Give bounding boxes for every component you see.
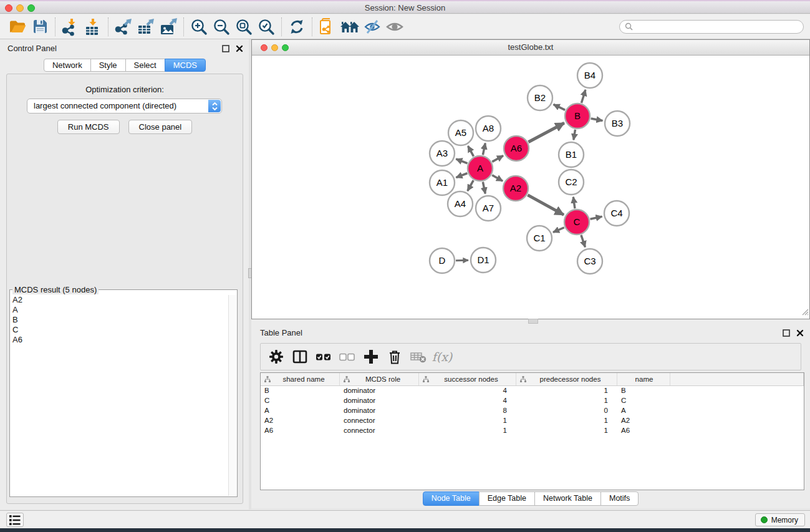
tab-node-table[interactable]: Node Table <box>423 491 480 506</box>
cell-mcds-role[interactable]: dominator <box>340 396 419 406</box>
cell-mcds-role[interactable]: dominator <box>340 406 419 416</box>
graph-node-A8[interactable]: A8 <box>476 116 501 141</box>
cell-name[interactable]: A6 <box>617 426 670 436</box>
graph-node-A[interactable]: A <box>468 156 493 181</box>
graph-node-C4[interactable]: C4 <box>604 201 629 226</box>
import-table-icon[interactable] <box>82 16 104 37</box>
graph-edge-A-A6[interactable] <box>492 156 503 162</box>
table-row[interactable]: C dominator 4 1 C <box>261 396 804 406</box>
select-all-icon[interactable] <box>312 346 335 368</box>
graph-node-B1[interactable]: B1 <box>559 142 584 167</box>
graph-node-A6[interactable]: A6 <box>504 136 529 161</box>
graph-edge-C-C1[interactable] <box>553 228 564 233</box>
tab-style[interactable]: Style <box>90 59 126 72</box>
refresh-network-icon[interactable] <box>286 16 308 37</box>
graph-edge-C-C2[interactable] <box>573 197 575 208</box>
cell-successor-nodes[interactable]: 4 <box>419 396 516 406</box>
show-panels-list-button[interactable] <box>6 513 24 527</box>
table-row[interactable]: A6 connector 1 1 A6 <box>261 426 804 436</box>
cell-successor-nodes[interactable]: 1 <box>419 416 516 426</box>
list-item[interactable]: A <box>12 305 225 315</box>
cell-shared-name[interactable]: C <box>261 396 340 406</box>
close-panel-button[interactable]: Close panel <box>128 120 193 134</box>
network-file-icon[interactable] <box>316 16 339 37</box>
cell-successor-nodes[interactable]: 1 <box>419 426 516 436</box>
graph-edge-C-C4[interactable] <box>590 216 602 219</box>
table-row[interactable]: A dominator 8 0 A <box>261 406 804 416</box>
zoom-in-icon[interactable] <box>188 16 210 37</box>
graph-node-A5[interactable]: A5 <box>448 120 473 145</box>
cell-name[interactable]: A <box>617 406 670 416</box>
graph-node-B2[interactable]: B2 <box>528 85 552 110</box>
column-header[interactable]: successor nodes <box>419 373 516 385</box>
zoom-fit-icon[interactable] <box>233 16 255 37</box>
graph-edge-A2-C[interactable] <box>528 195 564 215</box>
cell-mcds-role[interactable]: connector <box>340 416 419 426</box>
list-item[interactable]: C <box>12 325 225 335</box>
tab-edge-table[interactable]: Edge Table <box>479 491 535 506</box>
delete-table-icon[interactable] <box>407 346 430 368</box>
graph-node-C2[interactable]: C2 <box>559 170 584 195</box>
cell-name[interactable]: C <box>617 396 670 406</box>
add-column-icon[interactable] <box>359 346 383 368</box>
graph-edge-B-B1[interactable] <box>574 130 576 140</box>
graph-node-D1[interactable]: D1 <box>471 248 496 273</box>
cell-successor-nodes[interactable]: 8 <box>419 406 516 416</box>
cell-predecessor-nodes[interactable]: 1 <box>516 396 617 406</box>
graph-edge-A-A1[interactable] <box>456 173 467 178</box>
run-mcds-button[interactable]: Run MCDS <box>57 120 120 134</box>
search-input[interactable] <box>633 22 798 31</box>
birdseye-view-icon[interactable] <box>383 16 406 37</box>
column-header[interactable]: predecessor nodes <box>516 373 617 385</box>
graph-node-A3[interactable]: A3 <box>430 141 455 166</box>
graph-node-C[interactable]: C <box>564 210 589 235</box>
graph-edge-A-A5[interactable] <box>468 146 473 157</box>
graph-node-B4[interactable]: B4 <box>577 63 602 88</box>
column-header[interactable]: shared name <box>261 373 340 385</box>
tab-network[interactable]: Network <box>44 59 91 72</box>
open-file-icon[interactable] <box>6 16 29 37</box>
table-row[interactable]: B dominator 4 1 B <box>261 386 804 396</box>
close-panel-icon[interactable] <box>236 44 243 55</box>
tab-select[interactable]: Select <box>125 59 165 72</box>
cell-predecessor-nodes[interactable]: 0 <box>516 406 617 416</box>
graph-node-B[interactable]: B <box>565 104 590 128</box>
cell-predecessor-nodes[interactable]: 1 <box>516 386 617 396</box>
cell-shared-name[interactable]: A <box>261 406 340 416</box>
graph-edge-A-A4[interactable] <box>468 180 473 191</box>
cell-predecessor-nodes[interactable]: 1 <box>516 416 617 426</box>
cell-mcds-role[interactable]: dominator <box>340 386 419 396</box>
mcds-result-list[interactable]: A2 A B C A6 <box>10 294 228 496</box>
hide-graphics-details-icon[interactable] <box>361 16 383 37</box>
export-table-icon[interactable] <box>135 16 157 37</box>
show-columns-icon[interactable] <box>288 346 312 368</box>
tab-mcds[interactable]: MCDS <box>165 59 206 72</box>
delete-column-icon[interactable] <box>383 346 407 368</box>
resize-grip-icon[interactable] <box>801 307 809 318</box>
zoom-out-icon[interactable] <box>210 16 233 37</box>
cell-shared-name[interactable]: A2 <box>261 416 340 426</box>
graph-node-A4[interactable]: A4 <box>448 191 473 216</box>
graph-node-D[interactable]: D <box>430 248 455 273</box>
graph-node-C1[interactable]: C1 <box>527 226 552 251</box>
search-box[interactable] <box>619 20 804 34</box>
graph-edge-B-B4[interactable] <box>581 90 585 103</box>
float-panel-icon[interactable] <box>222 44 229 55</box>
list-item[interactable]: A2 <box>12 295 225 305</box>
horizontal-splitter-handle[interactable] <box>528 319 538 324</box>
graph-edge-B-B2[interactable] <box>554 104 566 110</box>
graph-node-A1[interactable]: A1 <box>430 170 455 195</box>
float-panel-icon[interactable] <box>783 328 790 339</box>
table-options-icon[interactable] <box>264 346 288 368</box>
import-network-icon[interactable] <box>59 16 82 37</box>
graph-node-C3[interactable]: C3 <box>577 249 602 274</box>
export-network-icon[interactable] <box>112 16 135 37</box>
cell-mcds-role[interactable]: connector <box>340 426 419 436</box>
list-item[interactable]: B <box>12 315 225 325</box>
graph-node-A2[interactable]: A2 <box>503 176 528 201</box>
zoom-selected-icon[interactable] <box>255 16 277 37</box>
tab-motifs[interactable]: Motifs <box>600 491 639 506</box>
result-list-scrollbar[interactable] <box>228 295 236 496</box>
cell-shared-name[interactable]: A6 <box>261 426 340 436</box>
network-graph[interactable]: B4B2BB3A8A5A6A3B1AA1C2A2A4A7C4CC1C3DD1 <box>252 56 809 319</box>
